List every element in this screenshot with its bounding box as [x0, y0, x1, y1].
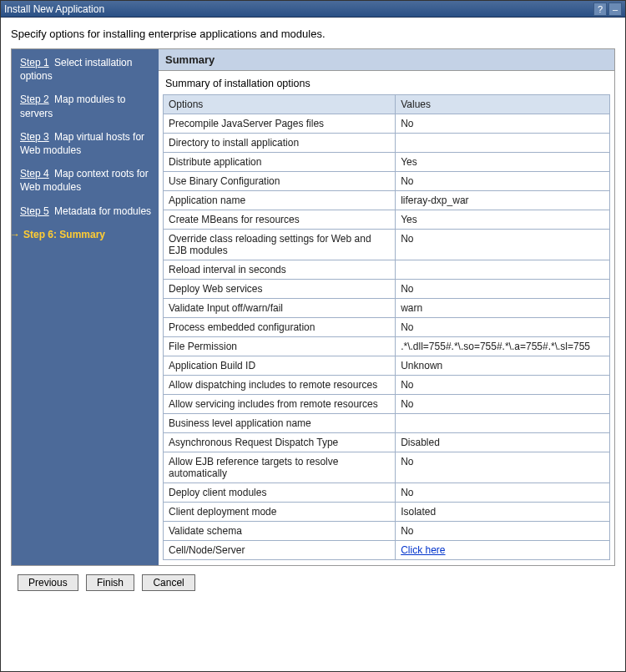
step-link[interactable]: Step 3 — [20, 131, 49, 143]
value-cell: Yes — [396, 153, 610, 172]
table-row: Create MBeans for resourcesYes — [164, 210, 610, 230]
table-row: Use Binary ConfigurationNo — [164, 172, 610, 191]
table-row: Allow servicing includes from remote res… — [164, 395, 610, 414]
arrow-icon: → — [10, 228, 20, 241]
option-cell: Precompile JavaServer Pages files — [164, 114, 396, 134]
finish-button[interactable]: Finish — [86, 574, 134, 591]
option-cell: Process embedded configuration — [164, 318, 396, 337]
option-cell: Asynchronous Request Dispatch Type — [164, 433, 396, 452]
table-row: Allow EJB reference targets to resolve a… — [164, 452, 610, 483]
value-cell: Yes — [396, 210, 610, 230]
table-row: Process embedded configurationNo — [164, 318, 610, 337]
option-cell: Cell/Node/Server — [164, 541, 396, 560]
value-cell: No — [396, 483, 610, 503]
table-row: Business level application name — [164, 414, 610, 433]
option-cell: Create MBeans for resources — [164, 210, 396, 230]
option-cell: Client deployment mode — [164, 503, 396, 522]
table-row: File Permission.*\.dll=755#.*\.so=755#.*… — [164, 337, 610, 356]
help-icon[interactable]: ? — [593, 3, 607, 16]
value-cell: No — [396, 230, 610, 260]
option-cell: Deploy Web services — [164, 280, 396, 299]
value-cell: .*\.dll=755#.*\.so=755#.*\.a=755#.*\.sl=… — [396, 337, 610, 356]
step-2[interactable]: Step 2 Map modules to servers — [20, 93, 152, 119]
step-1[interactable]: Step 1 Select installation options — [20, 56, 152, 83]
wizard-sidebar: Step 1 Select installation optionsStep 2… — [12, 49, 159, 565]
table-row: Validate Input off/warn/failwarn — [164, 299, 610, 318]
previous-button[interactable]: Previous — [18, 574, 78, 591]
value-cell: No — [396, 376, 610, 395]
value-cell: Disabled — [396, 433, 610, 452]
value-cell: No — [396, 395, 610, 414]
option-cell: Allow EJB reference targets to resolve a… — [164, 452, 396, 483]
window-title: Install New Application — [4, 3, 592, 15]
table-row: Directory to install application — [164, 134, 610, 153]
option-cell: Validate Input off/warn/fail — [164, 299, 396, 318]
value-cell: No — [396, 522, 610, 541]
value-cell — [396, 260, 610, 280]
table-row: Application nameliferay-dxp_war — [164, 191, 610, 210]
option-cell: Deploy client modules — [164, 483, 396, 503]
value-cell: Click here — [396, 541, 610, 560]
table-row: Allow dispatching includes to remote res… — [164, 376, 610, 395]
value-cell — [396, 134, 610, 153]
click-here-link[interactable]: Click here — [401, 544, 445, 556]
table-row: Reload interval in seconds — [164, 260, 610, 280]
option-cell: File Permission — [164, 337, 396, 356]
table-row: Override class reloading settings for We… — [164, 230, 610, 260]
value-cell: No — [396, 280, 610, 299]
table-row: Precompile JavaServer Pages filesNo — [164, 114, 610, 134]
panel-header: Summary — [159, 49, 614, 71]
option-cell: Directory to install application — [164, 134, 396, 153]
install-app-window: Install New Application ? – Specify opti… — [0, 0, 626, 672]
step-6-active: →Step 6: Summary — [20, 228, 152, 241]
value-cell: No — [396, 452, 610, 483]
option-cell: Business level application name — [164, 414, 396, 433]
table-row: Client deployment modeIsolated — [164, 503, 610, 522]
intro-text: Specify options for installing enterpris… — [11, 28, 615, 40]
option-cell: Use Binary Configuration — [164, 172, 396, 191]
value-cell: No — [396, 114, 610, 134]
summary-table: Options Values Precompile JavaServer Pag… — [163, 94, 610, 560]
col-options: Options — [164, 95, 396, 114]
wizard-layout: Step 1 Select installation optionsStep 2… — [11, 48, 615, 566]
panel-subhead: Summary of installation options — [159, 71, 614, 94]
option-cell: Allow dispatching includes to remote res… — [164, 376, 396, 395]
value-cell: No — [396, 172, 610, 191]
table-row: Deploy client modulesNo — [164, 483, 610, 503]
table-row: Cell/Node/ServerClick here — [164, 541, 610, 560]
step-link[interactable]: Step 4 — [20, 168, 49, 179]
option-cell: Validate schema — [164, 522, 396, 541]
step-3[interactable]: Step 3 Map virtual hosts for Web modules — [20, 130, 152, 157]
content-area: Specify options for installing enterpris… — [1, 18, 625, 609]
cancel-button[interactable]: Cancel — [142, 574, 194, 591]
step-link[interactable]: Step 2 — [20, 93, 49, 105]
option-cell: Application Build ID — [164, 356, 396, 376]
option-cell: Override class reloading settings for We… — [164, 230, 396, 260]
minimize-icon[interactable]: – — [608, 3, 622, 16]
table-row: Distribute applicationYes — [164, 153, 610, 172]
value-cell: liferay-dxp_war — [396, 191, 610, 210]
value-cell: No — [396, 318, 610, 337]
table-row: Validate schemaNo — [164, 522, 610, 541]
option-cell: Reload interval in seconds — [164, 260, 396, 280]
table-row: Asynchronous Request Dispatch TypeDisabl… — [164, 433, 610, 452]
step-link[interactable]: Step 5 — [20, 205, 49, 217]
step-5[interactable]: Step 5 Metadata for modules — [20, 205, 152, 218]
col-values: Values — [396, 95, 610, 114]
option-cell: Application name — [164, 191, 396, 210]
option-cell: Allow servicing includes from remote res… — [164, 395, 396, 414]
button-row: Previous Finish Cancel — [11, 566, 615, 599]
step-rest: Metadata for modules — [49, 205, 151, 217]
option-cell: Distribute application — [164, 153, 396, 172]
titlebar: Install New Application ? – — [1, 1, 625, 18]
step-4[interactable]: Step 4 Map context roots for Web modules — [20, 167, 152, 194]
value-cell: Unknown — [396, 356, 610, 376]
wizard-main: Summary Summary of installation options … — [159, 49, 614, 565]
value-cell: Isolated — [396, 503, 610, 522]
table-row: Application Build IDUnknown — [164, 356, 610, 376]
table-row: Deploy Web servicesNo — [164, 280, 610, 299]
value-cell: warn — [396, 299, 610, 318]
value-cell — [396, 414, 610, 433]
step-link[interactable]: Step 1 — [20, 57, 49, 68]
